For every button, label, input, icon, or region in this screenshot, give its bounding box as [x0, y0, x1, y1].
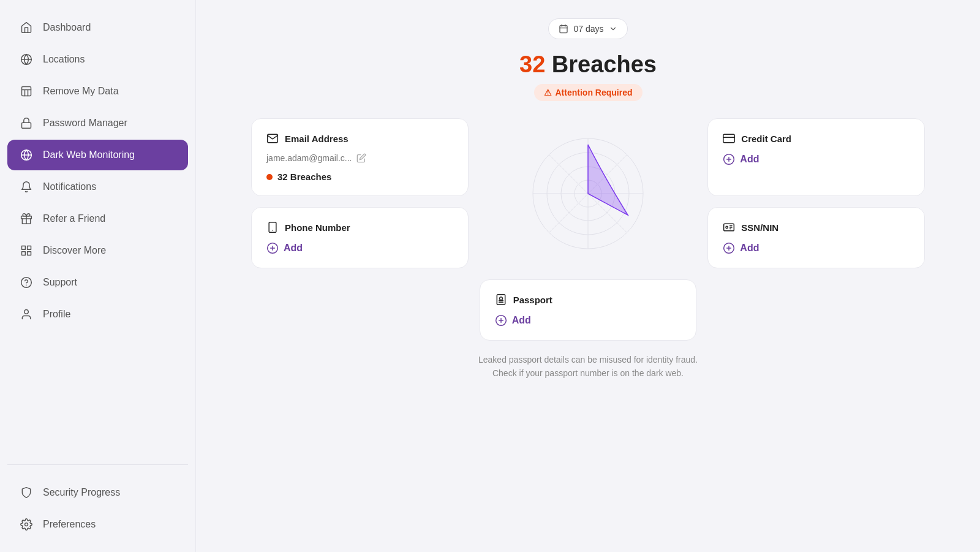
credit-card-add-label: Add — [740, 154, 759, 165]
phone-add-label: Add — [284, 243, 303, 254]
user-icon — [20, 308, 33, 321]
add-circle-icon-ssn — [723, 242, 735, 254]
footer-text: Leaked passport details can be misused f… — [251, 353, 925, 380]
sidebar-nav: Dashboard Locations Remove My Data Passw… — [7, 12, 188, 458]
breach-dot — [266, 174, 273, 180]
add-ssn-button[interactable]: Add — [723, 242, 910, 254]
email-value: jame.adam@gmail.c... — [266, 153, 352, 163]
sidebar-label-refer-a-friend: Refer a Friend — [43, 213, 105, 224]
email-card-title: Email Address — [285, 134, 349, 144]
sidebar-label-profile: Profile — [43, 309, 70, 320]
ssn-card-title: SSN/NIN — [741, 222, 778, 233]
breach-count: 32 — [519, 51, 545, 77]
footer-line1: Leaked passport details can be misused f… — [251, 353, 925, 366]
attention-text: Attention Required — [556, 88, 633, 97]
edit-icon[interactable] — [356, 153, 366, 163]
sidebar-item-support[interactable]: Support — [7, 267, 188, 298]
sidebar-label-notifications: Notifications — [43, 181, 96, 192]
add-passport-button[interactable]: Add — [495, 314, 682, 327]
email-card: Email Address jame.adam@gmail.c... 32 Br… — [251, 118, 469, 196]
svg-rect-34 — [269, 222, 276, 233]
date-filter-label: 07 days — [573, 24, 603, 34]
sidebar-item-password-manager[interactable]: Password Manager — [7, 108, 188, 138]
ssn-card: SSN/NIN Add — [707, 207, 925, 268]
grid-icon — [20, 244, 33, 257]
email-card-header: Email Address — [266, 132, 453, 145]
sidebar-label-security-progress: Security Progress — [43, 487, 120, 498]
sidebar-label-dark-web-monitoring: Dark Web Monitoring — [43, 149, 135, 161]
id-card-icon — [723, 221, 735, 233]
gift-icon — [20, 212, 33, 225]
add-credit-card-button[interactable]: Add — [723, 153, 910, 165]
sidebar: Dashboard Locations Remove My Data Passw… — [0, 0, 196, 552]
sidebar-item-locations[interactable]: Locations — [7, 44, 188, 75]
svg-point-16 — [25, 523, 28, 526]
dark-web-icon — [20, 148, 33, 162]
passport-add-label: Add — [512, 315, 531, 326]
svg-point-15 — [24, 310, 29, 314]
email-breach-number: 32 Breaches — [277, 172, 331, 182]
sidebar-label-support: Support — [43, 277, 77, 288]
credit-card-icon — [723, 132, 735, 145]
sidebar-item-preferences[interactable]: Preferences — [7, 509, 188, 540]
svg-rect-29 — [723, 134, 734, 142]
bell-icon — [20, 180, 33, 194]
settings-icon — [20, 518, 33, 531]
date-filter-button[interactable]: 07 days — [548, 18, 627, 39]
add-circle-icon-passport — [495, 314, 507, 327]
lock-icon — [20, 116, 33, 130]
sidebar-item-dark-web-monitoring[interactable]: Dark Web Monitoring — [7, 140, 188, 170]
breaches-title: 32 Breaches — [221, 51, 956, 78]
attention-badge: ⚠ Attention Required — [221, 84, 956, 101]
svg-point-13 — [21, 278, 32, 288]
sidebar-label-remove-my-data: Remove My Data — [43, 86, 119, 97]
phone-card-title: Phone Number — [285, 222, 350, 233]
help-circle-icon — [20, 276, 33, 289]
sidebar-label-password-manager: Password Manager — [43, 118, 127, 129]
radar-chart-card — [480, 118, 697, 268]
cards-grid: Email Address jame.adam@gmail.c... 32 Br… — [251, 118, 925, 341]
svg-rect-10 — [28, 246, 31, 250]
sidebar-item-profile[interactable]: Profile — [7, 299, 188, 330]
sidebar-bottom: Security Progress Preferences — [7, 477, 188, 540]
credit-card-card: Credit Card Add — [707, 118, 925, 196]
svg-point-40 — [726, 226, 728, 228]
globe-icon — [20, 53, 33, 66]
sidebar-item-notifications[interactable]: Notifications — [7, 172, 188, 202]
passport-card-header: Passport — [495, 293, 682, 306]
phone-icon — [266, 221, 279, 233]
passport-card: Passport Add — [480, 279, 697, 341]
sidebar-item-discover-more[interactable]: Discover More — [7, 235, 188, 266]
passport-card-title: Passport — [513, 295, 552, 305]
email-card-address: jame.adam@gmail.c... — [266, 153, 453, 163]
add-phone-button[interactable]: Add — [266, 242, 453, 254]
sidebar-item-dashboard[interactable]: Dashboard — [7, 12, 188, 43]
header-row: 07 days — [221, 18, 956, 39]
footer-line2: Check if your passport number is on the … — [251, 366, 925, 380]
phone-card-header: Phone Number — [266, 221, 453, 233]
shield-icon — [20, 486, 33, 499]
sidebar-divider — [7, 464, 188, 465]
svg-rect-44 — [497, 295, 505, 305]
envelope-icon — [266, 132, 279, 145]
sidebar-label-preferences: Preferences — [43, 519, 96, 530]
home-icon — [20, 21, 33, 34]
svg-rect-12 — [28, 252, 31, 255]
svg-rect-4 — [22, 123, 31, 128]
svg-rect-17 — [560, 26, 567, 33]
svg-rect-11 — [22, 252, 26, 255]
sidebar-item-security-progress[interactable]: Security Progress — [7, 477, 188, 508]
passport-icon — [495, 293, 507, 306]
ssn-card-header: SSN/NIN — [723, 221, 910, 233]
radar-svg — [521, 126, 655, 261]
sidebar-label-locations: Locations — [43, 54, 85, 65]
breach-label: Breaches — [552, 51, 657, 77]
sidebar-label-dashboard: Dashboard — [43, 22, 91, 33]
sidebar-label-discover-more: Discover More — [43, 245, 106, 256]
svg-rect-9 — [22, 246, 26, 250]
attention-icon: ⚠ — [544, 88, 552, 97]
remove-data-icon — [20, 85, 33, 98]
sidebar-item-refer-a-friend[interactable]: Refer a Friend — [7, 203, 188, 234]
main-content: 07 days 32 Breaches ⚠ Attention Required… — [196, 0, 980, 552]
sidebar-item-remove-my-data[interactable]: Remove My Data — [7, 76, 188, 107]
